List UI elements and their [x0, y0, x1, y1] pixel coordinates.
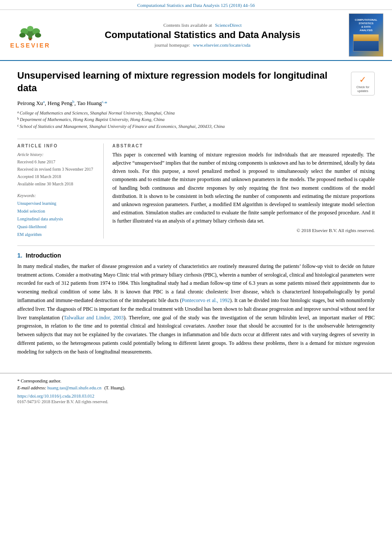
copyright-line: © 2018 Elsevier B.V. All rights reserved… [112, 228, 375, 233]
history-received: Received 6 June 2017 [17, 159, 55, 164]
footer-area: * Corresponding author. E-mail address: … [0, 373, 392, 409]
issn-line: 0167-9473/© 2018 Elsevier B.V. All right… [17, 399, 375, 404]
svg-point-6 [35, 33, 41, 38]
history-accepted: Accepted 18 March 2018 [17, 174, 61, 179]
abstract-label: ABSTRACT [112, 143, 375, 148]
affil-text-a: College of Mathematics and Sciences, Sha… [20, 110, 175, 117]
journal-header: ELSEVIER Contents lists available at Sci… [0, 10, 392, 61]
homepage-url[interactable]: www.elsevier.com/locate/csda [193, 42, 250, 48]
elsevier-brand-text: ELSEVIER [10, 42, 50, 49]
cover-title-text: COMPUTATIONAL STATISTICS & DATA ANALYSIS [355, 19, 377, 32]
check-updates-icon: ✓ [359, 74, 367, 85]
star-label: * Corresponding author. [17, 379, 61, 383]
ref-pontecorvo[interactable]: Pontecorvo et al., 1992 [182, 297, 230, 303]
keywords-label: Keywords: [17, 193, 36, 198]
author-heng: Heng Peng [48, 100, 72, 107]
introduction-section: 1. Introduction In many medical studies,… [17, 252, 375, 357]
section-number: 1. [17, 252, 22, 259]
author-tao: Tao Huang [77, 100, 102, 107]
svg-point-5 [19, 33, 25, 38]
journal-ref-text: Computational Statistics and Data Analys… [137, 3, 255, 8]
elsevier-logo: ELSEVIER [4, 22, 56, 49]
divider-1 [17, 139, 375, 139]
affil-sup-label-a: a [17, 110, 19, 115]
email-person: (T. Huang). [104, 385, 125, 390]
journal-title-header: Computational Statistics and Data Analys… [61, 29, 344, 41]
article-history: Article history: Received 6 June 2017 Re… [17, 151, 97, 188]
two-col-section: ARTICLE INFO Article history: Received 6… [17, 143, 375, 239]
email-link[interactable]: huang.tao@mail.shufe.edu.cn [48, 385, 102, 390]
homepage-line: journal homepage: www.elsevier.com/locat… [61, 42, 344, 48]
affil-text-c: School of Statistics and Management, Sha… [20, 123, 225, 130]
keyword-2[interactable]: Model selection [17, 207, 97, 215]
keywords-section: Keywords: Unsupervised learning Model se… [17, 192, 97, 239]
affil-c: c School of Statistics and Management, S… [17, 123, 347, 130]
article-title: Unsupervised learning of mixture regress… [17, 70, 347, 94]
keyword-5[interactable]: EM algorithm [17, 231, 97, 239]
svg-rect-7 [29, 38, 31, 40]
title-row: Unsupervised learning of mixture regress… [17, 70, 375, 134]
abstract-text: This paper is concerned with learning of… [112, 151, 375, 226]
check-updates-badge[interactable]: ✓ Check for updates [351, 72, 375, 96]
intro-paragraph-1: In many medical studies, the marker of d… [17, 262, 375, 357]
journal-center: Contents lists available at ScienceDirec… [56, 22, 349, 48]
abstract-content: This paper is concerned with learning of… [112, 152, 375, 224]
affil-sup-label-c: c [17, 123, 19, 128]
journal-cover: COMPUTATIONAL STATISTICS & DATA ANALYSIS [349, 13, 383, 57]
page: Computational Statistics and Data Analys… [0, 0, 392, 535]
ref-talwalkar[interactable]: Talwalkar and Lindor, 2003 [64, 315, 124, 321]
check-updates-label: Check for updates [351, 86, 374, 93]
email-label: E-mail address: [17, 385, 46, 390]
abstract-col: ABSTRACT This paper is concerned with le… [112, 143, 375, 239]
footer-note: * Corresponding author. E-mail address: … [17, 378, 375, 392]
affiliations: a College of Mathematics and Sciences, S… [17, 110, 347, 130]
corresponding-star: * [105, 100, 108, 107]
author-peirong: Peirong Xu [17, 100, 43, 107]
section-title-intro: 1. Introduction [17, 252, 375, 259]
history-label: Article history: [17, 152, 44, 157]
article-info-col: ARTICLE INFO Article history: Received 6… [17, 143, 104, 239]
keyword-4[interactable]: Quasi-likelihood [17, 223, 97, 231]
affil-a: a College of Mathematics and Sciences, S… [17, 110, 347, 117]
article-info-label: ARTICLE INFO [17, 143, 97, 148]
section-title-text: Introduction [26, 252, 61, 259]
main-content: Unsupervised learning of mixture regress… [0, 61, 392, 369]
journal-reference: Computational Statistics and Data Analys… [0, 0, 392, 10]
sciencedirect-link[interactable]: ScienceDirect [215, 22, 242, 28]
doi-link[interactable]: https://doi.org/10.1016/j.csda.2018.03.0… [17, 394, 375, 398]
keyword-1[interactable]: Unsupervised learning [17, 200, 97, 207]
affil-sup-label-b: b [17, 116, 19, 121]
affil-text-b: Department of Mathematics, Hong Kong Bap… [20, 116, 165, 123]
divider-2 [17, 245, 375, 246]
svg-point-4 [27, 25, 33, 31]
keyword-3[interactable]: Longitudinal data analysis [17, 215, 97, 223]
history-revised: Received in revised form 3 November 2017 [17, 167, 93, 172]
affil-b: b Department of Mathematics, Hong Kong B… [17, 116, 347, 123]
sciencedirect-line: Contents lists available at ScienceDirec… [61, 22, 344, 28]
elsevier-tree-icon [9, 22, 52, 41]
history-online: Available online 30 March 2018 [17, 182, 73, 186]
authors-line: Peirong Xua, Heng Pengb, Tao Huangc,* [17, 99, 347, 107]
